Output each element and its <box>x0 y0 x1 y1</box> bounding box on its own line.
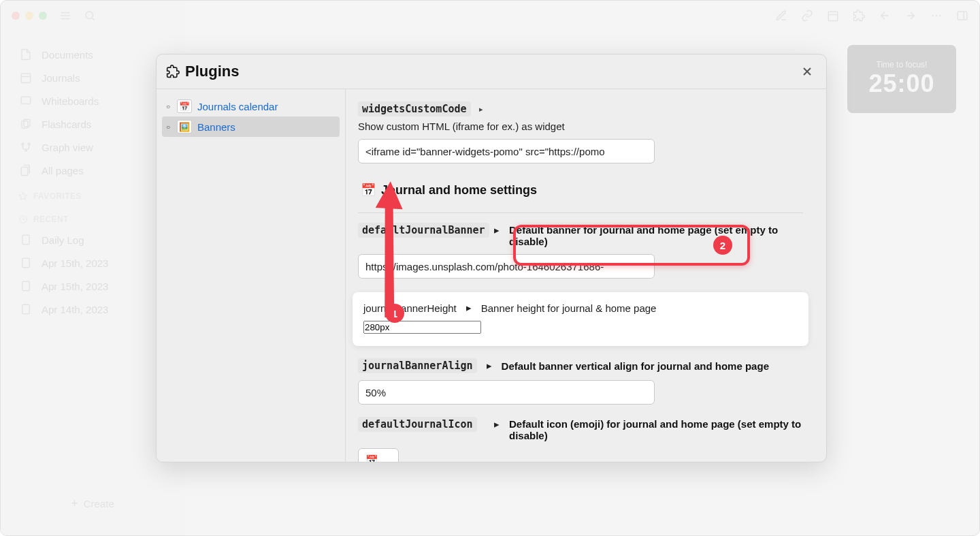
expand-icon[interactable]: ▸ <box>494 224 500 236</box>
titlebar <box>1 1 979 31</box>
plugin-item-journals-calendar[interactable]: ○ 📅 Journals calendar <box>162 96 340 116</box>
setting-defaultJournalIcon: defaultJournalIcon ▸ Default icon (emoji… <box>358 418 803 462</box>
pomodoro-widget[interactable]: Time to focus! 25:00 <box>847 45 956 113</box>
sidebar-item-label: Documents <box>42 49 93 61</box>
svg-rect-14 <box>21 74 31 83</box>
setting-key: defaultJournalBanner <box>358 223 489 238</box>
setting-key: widgetsCustomCode <box>358 101 471 116</box>
svg-point-11 <box>939 15 941 16</box>
sidebar-item-label: All pages <box>42 165 84 176</box>
svg-point-19 <box>22 143 24 145</box>
plugin-item-label: Banners <box>197 121 235 133</box>
puzzle-icon <box>166 65 180 78</box>
svg-line-4 <box>92 18 94 20</box>
expand-icon[interactable]: ▸ <box>466 302 472 314</box>
setting-journalBannerHeight: journalBannerHeight ▸ Banner height for … <box>353 292 808 346</box>
setting-input-defaultJournalBanner[interactable] <box>358 254 655 279</box>
calendar-icon <box>20 72 32 84</box>
expand-icon[interactable]: ▸ <box>487 360 492 372</box>
setting-key: defaultJournalIcon <box>358 417 477 432</box>
calendar-icon[interactable] <box>827 10 839 22</box>
svg-point-21 <box>25 149 27 151</box>
setting-key: journalBannerHeight <box>363 302 457 314</box>
edit-icon[interactable] <box>775 10 787 22</box>
recent-item-label: Daily Log <box>42 234 84 246</box>
search-icon[interactable] <box>84 10 96 22</box>
page-icon <box>20 234 32 246</box>
svg-point-10 <box>936 15 937 16</box>
timer-value: 25:00 <box>868 69 934 98</box>
more-icon[interactable] <box>930 10 943 22</box>
setting-key: journalBannerAlign <box>358 358 477 373</box>
plugin-icon: 🖼️ <box>177 120 192 133</box>
nav-forward-icon[interactable] <box>904 10 917 22</box>
plugins-modal: Plugins ○ 📅 Journals calendar ○ 🖼️ Banne… <box>156 54 827 462</box>
modal-title: Plugins <box>185 63 239 80</box>
recent-item-label: Apr 15th, 2023 <box>42 257 108 269</box>
sidebar-item-label: Journals <box>42 72 80 84</box>
bullet-icon: ○ <box>165 123 172 131</box>
star-icon <box>18 191 28 201</box>
create-button[interactable]: + Create <box>17 490 168 516</box>
close-icon[interactable] <box>800 65 814 78</box>
modal-header: Plugins <box>157 54 826 84</box>
svg-marker-22 <box>19 192 27 200</box>
expand-icon[interactable]: ▸ <box>494 418 500 430</box>
maximize-window-button[interactable] <box>39 12 47 20</box>
board-icon <box>20 95 32 107</box>
recent-item-label: Apr 15th, 2023 <box>42 281 108 292</box>
svg-rect-27 <box>22 304 30 314</box>
page-icon <box>20 280 32 292</box>
close-window-button[interactable] <box>12 12 20 20</box>
plugin-icon[interactable] <box>853 10 865 22</box>
nav-back-icon[interactable] <box>879 10 891 22</box>
sidebar-item-label: Flashcards <box>42 119 91 130</box>
setting-desc: Default banner vertical align for journa… <box>502 360 769 372</box>
graph-icon <box>20 141 32 153</box>
section-journal-home: 📅 Journal and home settings <box>358 177 803 203</box>
sidebar-item-label: Whiteboards <box>42 95 99 107</box>
minimize-window-button[interactable] <box>25 12 33 20</box>
calendar-emoji-icon: 📅 <box>361 183 376 198</box>
plugin-icon: 📅 <box>177 99 192 113</box>
recent-item-label: Apr 14th, 2023 <box>42 304 108 315</box>
clock-icon <box>18 215 28 224</box>
svg-rect-16 <box>21 97 31 104</box>
page-icon <box>20 303 32 315</box>
bullet-icon: ○ <box>165 103 172 110</box>
window-controls <box>12 12 47 20</box>
setting-input-defaultJournalIcon[interactable] <box>358 448 399 462</box>
setting-journalBannerAlign: journalBannerAlign ▸ Default banner vert… <box>358 358 803 405</box>
svg-rect-25 <box>22 258 30 268</box>
app-window: Documents Journals Whiteboards Flashcard… <box>0 0 980 536</box>
setting-input-journalBannerAlign[interactable] <box>358 380 655 405</box>
plugin-item-banners[interactable]: ○ 🖼️ Banners <box>162 116 340 137</box>
document-icon <box>20 48 32 61</box>
plugin-item-label: Journals calendar <box>197 101 278 112</box>
svg-rect-5 <box>828 12 838 21</box>
svg-point-3 <box>86 12 93 19</box>
plugin-list: ○ 📅 Journals calendar ○ 🖼️ Banners <box>157 89 346 462</box>
setting-input-widgetsCustomCode[interactable] <box>358 139 655 163</box>
svg-point-20 <box>28 143 30 145</box>
setting-desc: Default banner for journal and home page… <box>509 224 803 247</box>
right-panel-icon[interactable] <box>956 10 968 22</box>
plus-icon: + <box>71 497 78 509</box>
pages-icon <box>20 164 32 176</box>
setting-defaultJournalBanner: defaultJournalBanner ▸ Default banner fo… <box>358 224 803 279</box>
cards-icon <box>20 118 32 130</box>
setting-desc: Default icon (emoji) for journal and hom… <box>509 418 803 441</box>
sidebar-item-label: Graph view <box>42 142 93 153</box>
setting-widgetsCustomCode: widgetsCustomCode ▸ Show custom HTML (if… <box>358 101 803 163</box>
settings-pane[interactable]: widgetsCustomCode ▸ Show custom HTML (if… <box>346 89 826 462</box>
svg-rect-24 <box>22 235 30 245</box>
sidebar-toggle-icon[interactable] <box>59 10 71 22</box>
page-icon <box>20 257 32 269</box>
svg-point-9 <box>932 15 934 16</box>
link-icon[interactable] <box>801 10 813 22</box>
setting-desc: Show custom HTML (iframe for ex.) as wid… <box>358 121 803 132</box>
setting-input-journalBannerHeight[interactable] <box>363 321 481 334</box>
svg-rect-26 <box>22 281 30 291</box>
svg-rect-12 <box>958 12 967 20</box>
expand-icon[interactable]: ▸ <box>479 101 483 114</box>
